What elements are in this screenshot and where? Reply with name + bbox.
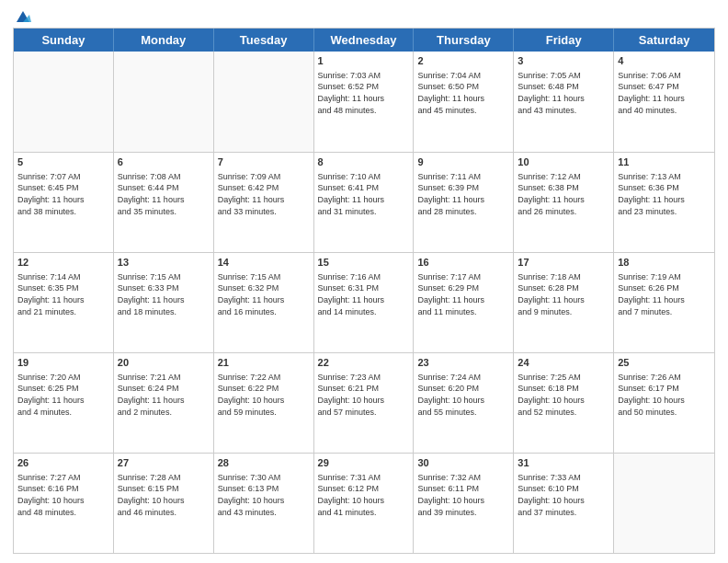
day-number: 5 xyxy=(17,155,109,169)
day-number: 17 xyxy=(518,256,609,270)
day-number: 26 xyxy=(17,456,109,470)
day-number: 2 xyxy=(417,54,509,68)
day-info: Sunrise: 7:28 AMSunset: 6:15 PMDaylight:… xyxy=(118,472,210,518)
calendar-body: 1Sunrise: 7:03 AMSunset: 6:52 PMDaylight… xyxy=(14,52,714,553)
day-header-thursday: Thursday xyxy=(414,29,514,52)
day-info: Sunrise: 7:12 AMSunset: 6:38 PMDaylight:… xyxy=(518,171,609,217)
calendar-day-18: 18Sunrise: 7:19 AMSunset: 6:26 PMDayligh… xyxy=(614,253,714,352)
day-info: Sunrise: 7:15 AMSunset: 6:32 PMDaylight:… xyxy=(218,271,310,317)
day-number: 3 xyxy=(518,54,609,68)
calendar-week-2: 5Sunrise: 7:07 AMSunset: 6:45 PMDaylight… xyxy=(14,152,714,252)
calendar: SundayMondayTuesdayWednesdayThursdayFrid… xyxy=(13,28,715,554)
day-info: Sunrise: 7:17 AMSunset: 6:29 PMDaylight:… xyxy=(417,271,509,317)
calendar-week-5: 26Sunrise: 7:27 AMSunset: 6:16 PMDayligh… xyxy=(14,453,714,553)
calendar-day-15: 15Sunrise: 7:16 AMSunset: 6:31 PMDayligh… xyxy=(314,253,415,352)
calendar-empty-cell xyxy=(114,52,214,152)
calendar-day-2: 2Sunrise: 7:04 AMSunset: 6:50 PMDaylight… xyxy=(414,52,514,152)
calendar-empty-cell xyxy=(214,52,314,152)
day-info: Sunrise: 7:21 AMSunset: 6:24 PMDaylight:… xyxy=(118,372,210,418)
calendar-day-7: 7Sunrise: 7:09 AMSunset: 6:42 PMDaylight… xyxy=(214,153,314,252)
day-number: 11 xyxy=(618,155,711,169)
calendar-day-9: 9Sunrise: 7:11 AMSunset: 6:39 PMDaylight… xyxy=(414,153,514,252)
calendar-day-26: 26Sunrise: 7:27 AMSunset: 6:16 PMDayligh… xyxy=(14,454,114,553)
day-info: Sunrise: 7:08 AMSunset: 6:44 PMDaylight:… xyxy=(118,171,210,217)
day-number: 29 xyxy=(318,456,410,470)
day-number: 6 xyxy=(118,155,210,169)
calendar-day-25: 25Sunrise: 7:26 AMSunset: 6:17 PMDayligh… xyxy=(614,353,714,453)
day-number: 10 xyxy=(518,155,609,169)
day-info: Sunrise: 7:23 AMSunset: 6:21 PMDaylight:… xyxy=(318,372,410,418)
day-info: Sunrise: 7:32 AMSunset: 6:11 PMDaylight:… xyxy=(417,472,509,518)
day-info: Sunrise: 7:06 AMSunset: 6:47 PMDaylight:… xyxy=(618,70,711,116)
calendar-day-27: 27Sunrise: 7:28 AMSunset: 6:15 PMDayligh… xyxy=(114,454,214,553)
page: SundayMondayTuesdayWednesdayThursdayFrid… xyxy=(0,0,728,563)
day-number: 24 xyxy=(518,356,609,370)
day-number: 23 xyxy=(417,356,509,370)
day-info: Sunrise: 7:18 AMSunset: 6:28 PMDaylight:… xyxy=(518,271,609,317)
day-number: 22 xyxy=(318,356,410,370)
day-header-saturday: Saturday xyxy=(614,29,714,52)
calendar-day-19: 19Sunrise: 7:20 AMSunset: 6:25 PMDayligh… xyxy=(14,353,114,453)
day-number: 14 xyxy=(218,256,310,270)
day-info: Sunrise: 7:30 AMSunset: 6:13 PMDaylight:… xyxy=(218,472,310,518)
day-info: Sunrise: 7:10 AMSunset: 6:41 PMDaylight:… xyxy=(318,171,410,217)
day-number: 20 xyxy=(118,356,210,370)
header xyxy=(13,9,715,22)
logo-icon xyxy=(15,9,31,26)
day-info: Sunrise: 7:33 AMSunset: 6:10 PMDaylight:… xyxy=(518,472,609,518)
logo xyxy=(13,9,31,26)
calendar-day-29: 29Sunrise: 7:31 AMSunset: 6:12 PMDayligh… xyxy=(314,454,415,553)
calendar-day-12: 12Sunrise: 7:14 AMSunset: 6:35 PMDayligh… xyxy=(14,253,114,352)
calendar-day-6: 6Sunrise: 7:08 AMSunset: 6:44 PMDaylight… xyxy=(114,153,214,252)
calendar-day-16: 16Sunrise: 7:17 AMSunset: 6:29 PMDayligh… xyxy=(414,253,514,352)
day-number: 15 xyxy=(318,256,410,270)
calendar-day-4: 4Sunrise: 7:06 AMSunset: 6:47 PMDaylight… xyxy=(614,52,714,152)
calendar-day-30: 30Sunrise: 7:32 AMSunset: 6:11 PMDayligh… xyxy=(414,454,514,553)
calendar-day-28: 28Sunrise: 7:30 AMSunset: 6:13 PMDayligh… xyxy=(214,454,314,553)
calendar-header: SundayMondayTuesdayWednesdayThursdayFrid… xyxy=(14,29,714,52)
day-number: 27 xyxy=(118,456,210,470)
day-info: Sunrise: 7:09 AMSunset: 6:42 PMDaylight:… xyxy=(218,171,310,217)
day-number: 19 xyxy=(17,356,109,370)
day-number: 9 xyxy=(417,155,509,169)
day-info: Sunrise: 7:27 AMSunset: 6:16 PMDaylight:… xyxy=(17,472,109,518)
calendar-day-10: 10Sunrise: 7:12 AMSunset: 6:38 PMDayligh… xyxy=(514,153,614,252)
day-number: 16 xyxy=(417,256,509,270)
calendar-day-31: 31Sunrise: 7:33 AMSunset: 6:10 PMDayligh… xyxy=(514,454,614,553)
day-number: 7 xyxy=(218,155,310,169)
day-info: Sunrise: 7:16 AMSunset: 6:31 PMDaylight:… xyxy=(318,271,410,317)
day-header-monday: Monday xyxy=(114,29,214,52)
calendar-day-20: 20Sunrise: 7:21 AMSunset: 6:24 PMDayligh… xyxy=(114,353,214,453)
day-number: 13 xyxy=(118,256,210,270)
calendar-day-23: 23Sunrise: 7:24 AMSunset: 6:20 PMDayligh… xyxy=(414,353,514,453)
day-info: Sunrise: 7:11 AMSunset: 6:39 PMDaylight:… xyxy=(417,171,509,217)
day-info: Sunrise: 7:20 AMSunset: 6:25 PMDaylight:… xyxy=(17,372,109,418)
calendar-day-22: 22Sunrise: 7:23 AMSunset: 6:21 PMDayligh… xyxy=(314,353,415,453)
day-info: Sunrise: 7:25 AMSunset: 6:18 PMDaylight:… xyxy=(518,372,609,418)
day-number: 25 xyxy=(618,356,711,370)
day-number: 4 xyxy=(618,54,711,68)
day-number: 8 xyxy=(318,155,410,169)
logo-area xyxy=(13,9,31,22)
calendar-day-5: 5Sunrise: 7:07 AMSunset: 6:45 PMDaylight… xyxy=(14,153,114,252)
day-number: 1 xyxy=(318,54,410,68)
calendar-week-3: 12Sunrise: 7:14 AMSunset: 6:35 PMDayligh… xyxy=(14,252,714,352)
day-number: 21 xyxy=(218,356,310,370)
calendar-empty-cell xyxy=(614,454,714,553)
day-number: 18 xyxy=(618,256,711,270)
day-header-wednesday: Wednesday xyxy=(314,29,415,52)
day-info: Sunrise: 7:24 AMSunset: 6:20 PMDaylight:… xyxy=(417,372,509,418)
calendar-day-11: 11Sunrise: 7:13 AMSunset: 6:36 PMDayligh… xyxy=(614,153,714,252)
day-info: Sunrise: 7:14 AMSunset: 6:35 PMDaylight:… xyxy=(17,271,109,317)
day-info: Sunrise: 7:04 AMSunset: 6:50 PMDaylight:… xyxy=(417,70,509,116)
day-number: 31 xyxy=(518,456,609,470)
calendar-day-8: 8Sunrise: 7:10 AMSunset: 6:41 PMDaylight… xyxy=(314,153,415,252)
day-number: 30 xyxy=(417,456,509,470)
day-info: Sunrise: 7:03 AMSunset: 6:52 PMDaylight:… xyxy=(318,70,410,116)
calendar-day-24: 24Sunrise: 7:25 AMSunset: 6:18 PMDayligh… xyxy=(514,353,614,453)
day-info: Sunrise: 7:15 AMSunset: 6:33 PMDaylight:… xyxy=(118,271,210,317)
calendar-day-3: 3Sunrise: 7:05 AMSunset: 6:48 PMDaylight… xyxy=(514,52,614,152)
calendar-day-14: 14Sunrise: 7:15 AMSunset: 6:32 PMDayligh… xyxy=(214,253,314,352)
calendar-week-4: 19Sunrise: 7:20 AMSunset: 6:25 PMDayligh… xyxy=(14,352,714,453)
day-info: Sunrise: 7:22 AMSunset: 6:22 PMDaylight:… xyxy=(218,372,310,418)
